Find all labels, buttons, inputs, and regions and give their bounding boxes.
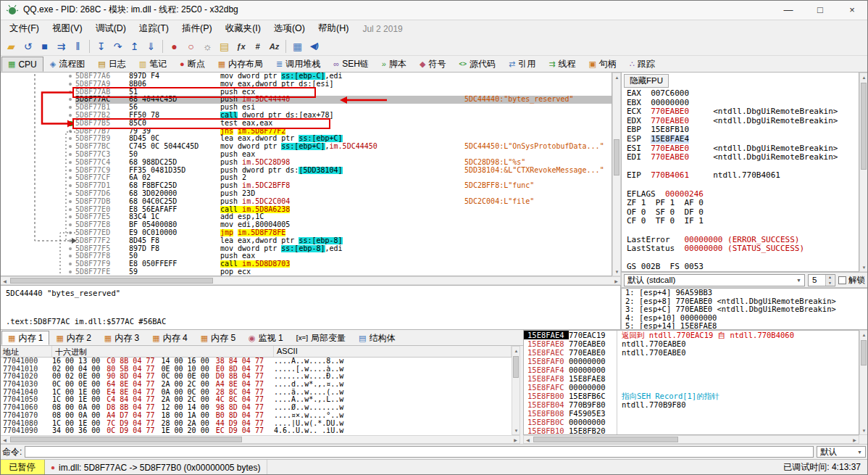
register-segments[interactable]: GS 002B FS 0053 (622, 263, 859, 272)
command-input[interactable] (25, 446, 814, 458)
tab-dump-4[interactable]: ▦内存 4 (146, 331, 193, 345)
register-ebx[interactable]: EBX 00000000 (622, 99, 859, 108)
row-marker-icon[interactable] (69, 215, 72, 218)
tab-breakpoints[interactable]: ●断点 (173, 57, 212, 72)
command-syntax-select[interactable]: 默认 ▼ (817, 446, 866, 458)
register-eip[interactable]: EIP 770B4061 ntdll.770B4061 (622, 171, 859, 181)
scroll-down-icon[interactable]: ▼ (613, 268, 621, 276)
row-marker-icon[interactable] (69, 114, 72, 117)
tab-memory-map[interactable]: ▦内存布局 (212, 57, 270, 72)
tab-script[interactable]: »脚本 (375, 57, 413, 72)
dump-rows[interactable]: 7704100016 00 13 00C0 8B 04 7714 00 16 0… (0, 358, 512, 435)
close-button[interactable]: × (836, 0, 868, 20)
scroll-down-icon[interactable]: ▼ (860, 426, 868, 434)
register-flags-3[interactable]: CF 0 TF 0 IF 1 (622, 217, 859, 226)
dump-row[interactable]: 7704109034 00 36 000C D9 04 771E 00 20 0… (0, 427, 512, 435)
row-marker-icon[interactable] (69, 247, 72, 250)
stack-pane[interactable]: 15E8FAE4770EAC19返回到 ntdll.770EAC19 自 ntd… (523, 330, 859, 435)
registers-pane[interactable]: 隐藏FPU EAX 007C6000EBX 00000000ECX 770EAB… (621, 73, 859, 272)
disasm-scrollbar-horizontal[interactable]: ◀ ▶ (0, 276, 621, 285)
argument-row[interactable]: 5: [esp+14] 15E8FAE8 (622, 322, 867, 330)
minimize-button[interactable]: — (772, 0, 804, 20)
case-icon[interactable]: Az (266, 38, 283, 54)
tab-notes[interactable]: ▥笔记 (133, 57, 173, 72)
scroll-thumb[interactable] (513, 356, 519, 378)
maximize-button[interactable]: □ (804, 0, 836, 20)
spin-down-icon[interactable]: ▼ (825, 280, 834, 286)
tab-log[interactable]: ▤日志 (91, 57, 132, 72)
dump-scrollbar-vertical[interactable]: ▲ ▼ (512, 346, 520, 435)
hide-fpu-button[interactable]: 隐藏FPU (624, 74, 669, 88)
fx-icon[interactable]: ƒx (233, 38, 249, 54)
register-eax[interactable]: EAX 007C6000 (622, 89, 859, 99)
scroll-track[interactable] (860, 81, 867, 263)
stop-icon[interactable]: ■ (36, 38, 53, 54)
disasm-row[interactable]: 5D8F77C468 988DC25Dpush im.5DC28D985DC28… (1, 159, 612, 167)
unlock-toggle[interactable]: 解锁 (838, 275, 865, 286)
scroll-left-icon[interactable]: ◀ (524, 436, 532, 444)
register-gap[interactable] (622, 226, 859, 236)
argument-count-stepper[interactable]: 5 ▲ ▼ (808, 274, 835, 286)
register-gap[interactable] (622, 254, 859, 263)
registers-scrollbar-vertical[interactable]: ▲ ▼ (859, 73, 868, 272)
row-marker-icon[interactable] (69, 98, 72, 101)
pause-icon[interactable]: ‖ (70, 38, 86, 54)
argument-row[interactable]: 1: [esp+4] 96A59BB3 (622, 289, 867, 297)
menu-item[interactable]: 文件(F) (3, 20, 46, 37)
row-marker-icon[interactable] (69, 153, 72, 156)
row-marker-icon[interactable] (69, 130, 72, 133)
scroll-thumb[interactable] (10, 437, 242, 442)
scroll-left-icon[interactable]: ◀ (1, 436, 9, 444)
stack-row[interactable]: 15E8FB0015E8FB6C指向SEH_Record[1]的指针 (524, 392, 859, 400)
menu-item[interactable]: 插件(P) (175, 20, 219, 37)
scroll-thumb[interactable] (861, 83, 867, 170)
row-marker-icon[interactable] (69, 231, 72, 234)
menu-item[interactable]: 帮助(H) (312, 20, 355, 37)
stack-row[interactable]: 15E8FAF815E8FAE8 (524, 374, 859, 383)
row-marker-icon[interactable] (69, 184, 72, 187)
step-over-icon[interactable]: ↷ (109, 38, 126, 54)
breakpoint-icon[interactable] (68, 121, 73, 126)
unlock-checkbox[interactable] (838, 276, 846, 284)
tab-dump-2[interactable]: ▦内存 2 (49, 331, 97, 345)
row-marker-icon[interactable] (69, 169, 72, 172)
register-lasterror[interactable]: LastError 00000000 (ERROR_SUCCESS) (622, 236, 859, 245)
register-eflags[interactable]: EFLAGS 00000246 (622, 190, 859, 199)
calling-convention-select[interactable]: 默认 (stdcall) ▼ (624, 274, 805, 286)
register-laststatus[interactable]: LastStatus 00000000 (STATUS_SUCCESS) (622, 244, 859, 254)
register-flags-1[interactable]: ZF 1 PF 1 AF 0 (622, 199, 859, 208)
disassembly-pane[interactable]: 5D8F77A6897D F4mov dword ptr ss:[ebp-C],… (0, 73, 612, 276)
scroll-left-icon[interactable]: ◀ (1, 277, 9, 285)
scroll-right-icon[interactable]: ▶ (612, 277, 620, 285)
memory-map-icon[interactable]: ▦ (289, 38, 306, 54)
stack-scrollbar-vertical[interactable]: ▲ ▼ (859, 330, 868, 435)
register-esi[interactable]: ESI 770EABE0 <ntdll.DbgUiRemoteBreakin> (622, 144, 859, 154)
open-file-icon[interactable]: ▰ (3, 38, 20, 54)
row-marker-icon[interactable] (69, 223, 72, 226)
register-flags-2[interactable]: OF 0 SF 0 DF 0 (622, 208, 859, 218)
hash-icon[interactable]: # (249, 38, 266, 54)
trace-over-icon[interactable]: ○ (183, 38, 199, 54)
register-esp[interactable]: ESP 15E8FAE4 (622, 135, 859, 144)
tab-graph[interactable]: ◈流程图 (43, 57, 91, 72)
row-marker-icon[interactable] (69, 91, 72, 94)
disasm-row[interactable]: 5D8F77B585C0test eax,eax (1, 120, 612, 128)
scroll-track[interactable] (512, 355, 519, 426)
spin-up-icon[interactable]: ▲ (825, 275, 834, 281)
stack-row[interactable]: 15E8FAFC00000000 (524, 383, 859, 392)
scroll-thumb[interactable] (861, 340, 867, 365)
tab-struct[interactable]: ▤结构体 (352, 331, 401, 345)
stack-row[interactable]: 15E8FAEC770EABE0ntdll.770EABE0 (524, 348, 859, 357)
disasm-row[interactable]: 5D8F77F28D45 F8lea eax,dword ptr ss:[ebp… (1, 237, 612, 245)
scroll-up-icon[interactable]: ▲ (512, 347, 520, 355)
disasm-row[interactable]: 5D8F77A98B06mov eax,dword ptr ds:[esi] (1, 80, 612, 88)
tab-locals[interactable]: [x=]局部变量 (290, 331, 352, 345)
row-marker-icon[interactable] (69, 106, 72, 109)
arguments-pane[interactable]: 1: [esp+4] 96A59BB32: [esp+8] 770EABE0 <… (621, 288, 868, 330)
dump-scrollbar-horizontal[interactable]: ◀ ▶ (0, 435, 520, 444)
settings-icon[interactable]: ☼ (199, 38, 216, 54)
scroll-down-icon[interactable]: ▼ (512, 426, 520, 434)
register-edx[interactable]: EDX 770EABE0 <ntdll.DbgUiRemoteBreakin> (622, 117, 859, 126)
scroll-up-icon[interactable]: ▲ (860, 331, 868, 339)
row-marker-icon[interactable] (69, 176, 72, 179)
